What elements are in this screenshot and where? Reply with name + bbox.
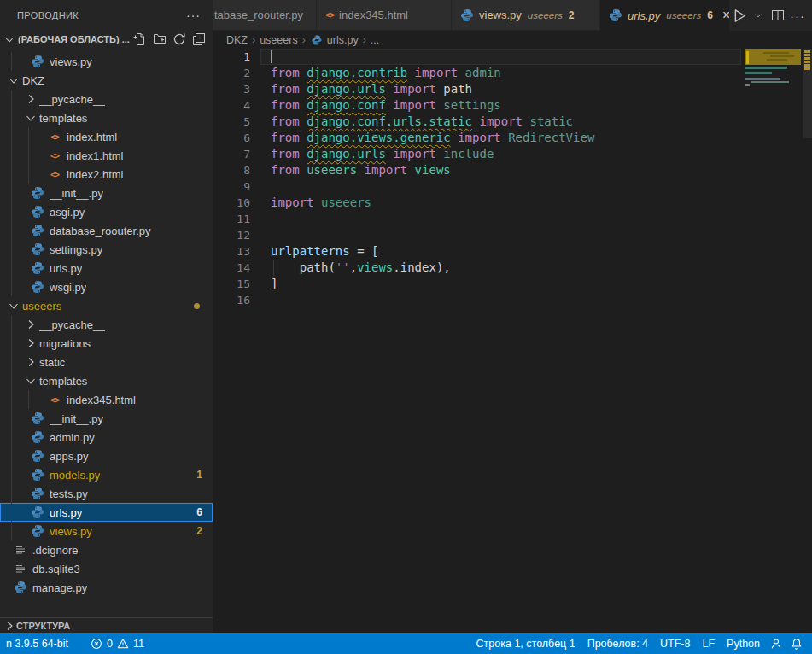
tree-item-views.py[interactable]: views.py2 (0, 522, 213, 540)
new-folder-button[interactable] (151, 31, 168, 48)
status-python-interpreter[interactable]: n 3.9.5 64-bit (0, 633, 74, 654)
more-actions-button[interactable]: ··· (789, 7, 806, 24)
code-line-3[interactable]: 3from django.urls import path (213, 81, 812, 97)
tree-item-asgi.py[interactable]: asgi.py (0, 202, 213, 221)
refresh-button[interactable] (171, 31, 188, 48)
tree-item-migrations[interactable]: migrations (0, 334, 213, 353)
text-cursor (271, 50, 272, 63)
breadcrumb-item-...[interactable]: ... (371, 34, 379, 46)
code-line-9[interactable]: 9 (213, 178, 812, 195)
python-icon (311, 34, 322, 45)
code-line-5[interactable]: 5from django.conf.urls.static import sta… (213, 114, 812, 130)
status-cursor-position[interactable]: Строка 1, столбец 1 (470, 633, 581, 654)
status-language-mode[interactable]: Python (721, 633, 766, 654)
code-line-11[interactable]: 11 (213, 211, 812, 227)
tree-item-DKZ[interactable]: DKZ (0, 71, 213, 90)
split-editor-button[interactable] (769, 7, 786, 24)
run-dropdown-button[interactable] (750, 7, 767, 24)
collapse-all-button[interactable] (190, 31, 207, 48)
code-text: import useeers (271, 195, 371, 211)
status-problems[interactable]: 011 (85, 633, 150, 654)
tab-index345.html[interactable]: <>index345.html (317, 0, 452, 30)
breadcrumb-item-DKZ[interactable]: DKZ (226, 34, 248, 46)
tree-item-admin.py[interactable]: admin.py (0, 428, 213, 447)
line-number: 12 (213, 227, 250, 243)
tree-item-__init__.py[interactable]: __init__.py (0, 184, 213, 202)
file-label: views.py (50, 55, 92, 68)
status-encoding[interactable]: UTF-8 (654, 633, 696, 654)
code-line-6[interactable]: 6from django.views.generic import Redire… (213, 130, 812, 146)
explorer-more-button[interactable]: ··· (186, 11, 201, 20)
tree-item-templates[interactable]: templates (0, 108, 213, 127)
tab-urls.py[interactable]: urls.pyuseeers6× (600, 0, 730, 31)
tab-tabase_roouter.py[interactable]: tabase_roouter.py (213, 0, 317, 30)
code-line-8[interactable]: 8from useeers import views (213, 162, 812, 178)
status-eol[interactable]: LF (696, 633, 721, 654)
file-label: __init__.py (50, 412, 103, 425)
tree-item-urls.py[interactable]: urls.py6 (0, 503, 213, 522)
breadcrumb-item-urls.py[interactable]: urls.py (310, 33, 359, 47)
status-notifications[interactable] (786, 633, 807, 654)
status-text: Python (727, 638, 760, 650)
code-line-12[interactable]: 12 (213, 227, 812, 243)
tree-item-manage.py[interactable]: manage.py (0, 578, 213, 597)
tree-item-index345.html[interactable]: <>index345.html (0, 390, 213, 409)
chevron-right-icon (24, 355, 38, 369)
indent-guide (11, 146, 12, 165)
status-indentation[interactable]: Пробелов: 4 (581, 633, 654, 654)
code-area[interactable]: 12from django.contrib import admin3from … (213, 49, 812, 633)
tree-item-index.html[interactable]: <>index.html (0, 127, 213, 146)
run-button[interactable] (730, 7, 747, 24)
close-icon[interactable]: × (722, 9, 730, 21)
tree-item-__init__.py[interactable]: __init__.py (0, 409, 213, 428)
tree-item-wsgi.py[interactable]: wsgi.py (0, 277, 213, 296)
code-line-10[interactable]: 10import useeers (213, 195, 812, 211)
python-icon (31, 449, 44, 463)
code-line-7[interactable]: 7from django.urls import include (213, 146, 812, 162)
tree-item-index1.html[interactable]: <>index1.html (0, 146, 213, 165)
tree-item-database_roouter.py[interactable]: database_roouter.py (0, 221, 213, 240)
breadcrumb-label: ... (371, 34, 379, 46)
python-icon (14, 581, 27, 594)
code-line-4[interactable]: 4from django.conf import settings (213, 97, 812, 114)
explorer-header: ПРОВОДНИК ··· (0, 0, 213, 30)
breadcrumb-item-useeers[interactable]: useeers (260, 34, 297, 46)
new-file-button[interactable] (131, 31, 149, 48)
tree-item-views.py[interactable]: views.py (0, 52, 213, 71)
python-icon (31, 205, 44, 219)
status-feedback[interactable] (766, 633, 786, 654)
tree-item-static[interactable]: static (0, 353, 213, 371)
outline-section-header[interactable]: СТРУКТУРА (0, 617, 213, 633)
tab-description: useeers (528, 10, 563, 20)
code-line-16[interactable]: 16 (213, 292, 812, 308)
tree-item-apps.py[interactable]: apps.py (0, 447, 213, 465)
chevron-down-icon (7, 299, 20, 312)
tree-item-.dcignore[interactable]: .dcignore (0, 540, 213, 559)
tree-item-useeers[interactable]: useeers (0, 296, 213, 315)
indent-guide (11, 221, 12, 240)
warning-count: 11 (133, 638, 144, 650)
tab-views.py[interactable]: views.pyuseeers2 (452, 0, 600, 30)
tree-item-__pycache__[interactable]: __pycache__ (0, 315, 213, 334)
code-line-15[interactable]: 15] (213, 276, 812, 292)
workspace-section-header[interactable]: (РАБОЧАЯ ОБЛАСТЬ) ... (0, 30, 213, 49)
tree-item-index2.html[interactable]: <>index2.html (0, 165, 213, 184)
code-text: from django.conf import settings (271, 97, 501, 114)
tree-item-templates[interactable]: templates (0, 371, 213, 390)
tree-item-urls.py[interactable]: urls.py (0, 259, 213, 277)
python-icon (31, 186, 44, 200)
tree-item-models.py[interactable]: models.py1 (0, 465, 213, 484)
code-line-14[interactable]: 14 path('',views.index), (213, 260, 812, 276)
python-icon (460, 9, 474, 22)
tree-item-db.sqlite3[interactable]: db.sqlite3 (0, 559, 213, 578)
file-tree: views.pyDKZ__pycache__templates<>index.h… (0, 49, 213, 617)
code-line-2[interactable]: 2from django.contrib import admin (213, 65, 812, 81)
indent-guide (11, 334, 12, 353)
tree-item-__pycache__[interactable]: __pycache__ (0, 90, 213, 108)
code-line-13[interactable]: 13urlpatterns = [ (213, 243, 812, 260)
tree-item-tests.py[interactable]: tests.py (0, 484, 213, 503)
tree-item-settings.py[interactable]: settings.py (0, 240, 213, 259)
code-line-1[interactable]: 1 (213, 49, 812, 65)
new-folder-icon (153, 32, 166, 46)
line-number: 4 (213, 97, 250, 114)
